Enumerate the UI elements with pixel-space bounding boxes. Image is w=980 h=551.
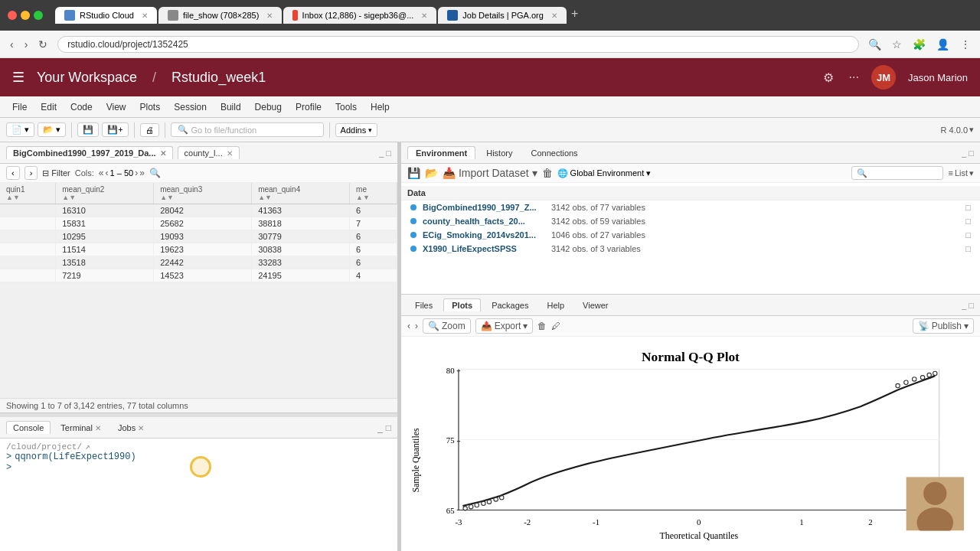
next-plot-button[interactable]: ›	[415, 321, 418, 331]
minimize-console-button[interactable]: _	[377, 422, 383, 433]
col-header-quin1[interactable]: quin1▲▼	[0, 183, 56, 204]
prev-col-button[interactable]: ‹	[106, 168, 109, 178]
export-button[interactable]: 📤 Export ▾	[475, 318, 534, 334]
minimize-dot[interactable]	[21, 11, 30, 20]
back-button[interactable]: ‹	[6, 37, 18, 52]
profile-browser-button[interactable]: 👤	[933, 37, 952, 52]
delete-plot-button[interactable]: 🗑	[537, 321, 547, 331]
terminal-tab-close[interactable]: ✕	[95, 424, 101, 432]
new-tab-button[interactable]: +	[571, 7, 578, 24]
data-tab-bigcombined[interactable]: BigCombined1990_1997_2019_Da... ✕	[6, 146, 173, 159]
minimize-env-button[interactable]: _	[962, 148, 966, 158]
search-browser-button[interactable]: 🔍	[865, 37, 884, 52]
minimize-files-button[interactable]: _	[962, 301, 966, 310]
save-button[interactable]: 💾	[77, 122, 99, 137]
menu-edit[interactable]: Edit	[34, 99, 63, 115]
first-col-button[interactable]: «	[99, 168, 104, 178]
menu-view[interactable]: View	[100, 99, 132, 115]
tab-rstudio[interactable]: RStudio Cloud ✕	[55, 7, 157, 24]
col-header-mean-quin2[interactable]: mean_quin2▲▼	[56, 183, 154, 204]
last-col-button[interactable]: »	[139, 168, 145, 178]
settings-button[interactable]: ⚙	[823, 70, 834, 85]
jobs-tab-close[interactable]: ✕	[138, 424, 144, 432]
tab-file-show[interactable]: file_show (708×285) ✕	[158, 7, 282, 24]
env-list-button[interactable]: ≡ List ▾	[948, 168, 974, 178]
back-data-button[interactable]: ‹	[6, 166, 20, 180]
menu-debug[interactable]: Debug	[249, 99, 288, 115]
more-options-button[interactable]: ···	[849, 70, 859, 84]
addins-button[interactable]: Addins ▾	[335, 123, 378, 137]
env-search-input[interactable]	[851, 166, 943, 180]
data-tab-county[interactable]: county_l... ✕	[178, 146, 240, 159]
minimize-data-viewer-button[interactable]: _	[379, 148, 384, 158]
menu-build[interactable]: Build	[214, 99, 247, 115]
maximize-console-button[interactable]: □	[386, 422, 391, 433]
tab-help[interactable]: Help	[539, 299, 572, 311]
maximize-env-button[interactable]: □	[969, 148, 974, 158]
clear-plots-button[interactable]: 🖊	[551, 321, 560, 331]
zoom-button[interactable]: 🔍 Zoom	[423, 318, 471, 334]
more-browser-button[interactable]: ⋮	[957, 37, 974, 52]
env-item-expand-x1990[interactable]: □	[965, 244, 971, 253]
tab-close-file-show[interactable]: ✕	[266, 11, 273, 20]
import-dataset-button[interactable]: 📥 Import Dataset ▾	[443, 167, 537, 179]
load-env-button[interactable]: 📂	[425, 167, 438, 179]
tab-console[interactable]: Console	[6, 421, 51, 434]
save-env-button[interactable]: 💾	[407, 167, 420, 179]
col-header-mean-quin3[interactable]: mean_quin3▲▼	[154, 183, 252, 204]
data-search-icon[interactable]: 🔍	[149, 168, 161, 178]
tab-terminal[interactable]: Terminal ✕	[54, 421, 108, 435]
tab-close-pga[interactable]: ✕	[551, 11, 557, 20]
tab-files[interactable]: Files	[407, 299, 440, 311]
env-item-ecig[interactable]: ECig_Smoking_2014vs201... 1046 obs. of 2…	[401, 228, 980, 242]
menu-profile[interactable]: Profile	[289, 99, 328, 115]
tab-jobs[interactable]: Jobs ✕	[111, 421, 151, 435]
tab-close-gmail[interactable]: ✕	[421, 11, 427, 20]
save-all-button[interactable]: 💾+	[102, 122, 128, 137]
data-tab-close-2[interactable]: ✕	[227, 149, 233, 158]
env-item-expand-county[interactable]: □	[965, 217, 971, 226]
forward-data-button[interactable]: ›	[24, 166, 38, 180]
env-item-expand-ecig[interactable]: □	[965, 230, 971, 240]
avatar[interactable]: JM	[871, 65, 896, 90]
tab-packages[interactable]: Packages	[484, 299, 536, 311]
filter-button[interactable]: ⊟ Filter	[42, 168, 70, 178]
clear-env-button[interactable]: 🗑	[542, 167, 553, 179]
goto-file-input[interactable]: 🔍 Go to file/function	[171, 122, 324, 137]
data-tab-close-1[interactable]: ✕	[160, 149, 166, 158]
tab-plots[interactable]: Plots	[443, 298, 481, 311]
workspace-link[interactable]: Your Workspace	[37, 70, 137, 86]
menu-file[interactable]: File	[6, 99, 33, 115]
env-item-county[interactable]: county_health_facts_20... 3142 obs. of 5…	[401, 214, 980, 228]
hamburger-menu-icon[interactable]: ☰	[12, 69, 24, 86]
tab-environment[interactable]: Environment	[407, 146, 475, 159]
tab-gmail[interactable]: Inbox (12,886) - sigepb36@... ✕	[283, 7, 436, 24]
refresh-button[interactable]: ↻	[34, 37, 51, 52]
env-item-bigcombined[interactable]: BigCombined1990_1997_Z... 3142 obs. of 7…	[401, 201, 980, 214]
address-input[interactable]	[57, 36, 859, 53]
publish-button[interactable]: 📡 Publish ▾	[913, 318, 974, 334]
next-col-button[interactable]: ›	[135, 168, 138, 178]
menu-session[interactable]: Session	[168, 99, 213, 115]
tab-pga[interactable]: Job Details | PGA.org ✕	[438, 7, 567, 24]
env-item-x1990[interactable]: X1990_LifeExpectSPSS 3142 obs. of 3 vari…	[401, 242, 980, 256]
forward-button[interactable]: ›	[21, 37, 32, 52]
extension-button[interactable]: 🧩	[910, 37, 929, 52]
open-file-button[interactable]: 📂 ▾	[38, 122, 66, 137]
prev-plot-button[interactable]: ‹	[407, 321, 410, 331]
new-file-button[interactable]: 📄 ▾	[6, 122, 34, 137]
menu-code[interactable]: Code	[64, 99, 99, 115]
tab-history[interactable]: History	[479, 147, 520, 159]
print-button[interactable]: 🖨	[140, 123, 159, 137]
menu-tools[interactable]: Tools	[329, 99, 363, 115]
close-dot[interactable]	[8, 11, 17, 20]
bookmark-button[interactable]: ☆	[889, 37, 905, 52]
col-header-mean-quin4[interactable]: mean_quin4▲▼	[252, 183, 350, 204]
tab-close-rstudio[interactable]: ✕	[142, 11, 148, 20]
global-env-dropdown[interactable]: 🌐 Global Environment ▾	[557, 168, 652, 178]
tab-viewer[interactable]: Viewer	[575, 299, 616, 311]
env-item-expand-bigcombined[interactable]: □	[965, 203, 971, 212]
maximize-files-button[interactable]: □	[969, 301, 974, 310]
col-header-me[interactable]: me▲▼	[350, 183, 397, 204]
tab-connections[interactable]: Connections	[523, 147, 585, 159]
